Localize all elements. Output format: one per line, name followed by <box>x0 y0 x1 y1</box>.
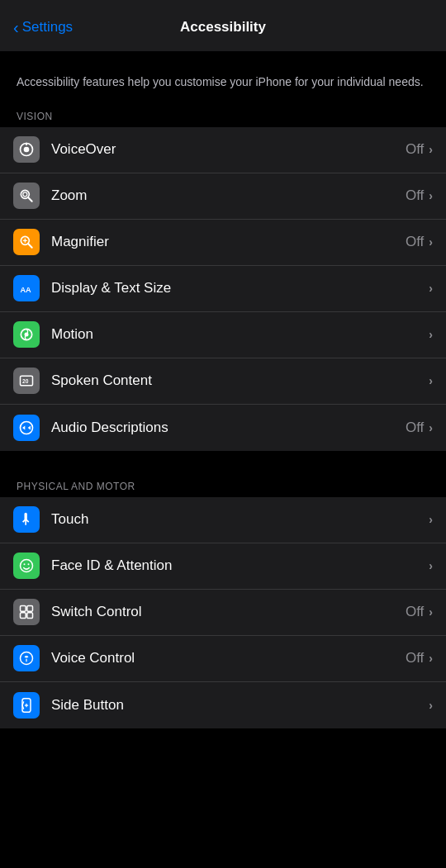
physical-section-label: PHYSICAL AND MOTOR <box>0 474 446 497</box>
zoom-chevron-icon: › <box>429 189 433 202</box>
side-button-label: Side Button <box>51 697 429 714</box>
page-title: Accessibility <box>180 19 266 36</box>
vision-section-label: VISION <box>0 104 446 127</box>
display-text-row[interactable]: AA Display & Text Size › <box>0 266 446 312</box>
spoken-content-label: Spoken Content <box>51 372 429 389</box>
motion-icon <box>13 321 40 348</box>
voice-control-icon <box>13 645 40 671</box>
voiceover-chevron-icon: › <box>429 143 433 156</box>
motion-row[interactable]: Motion › <box>0 312 446 358</box>
zoom-value: Off <box>406 187 424 204</box>
back-button[interactable]: ‹ Settings <box>13 19 73 36</box>
switch-control-icon <box>13 599 40 625</box>
voice-control-row[interactable]: Voice Control Off › <box>0 636 446 682</box>
faceid-chevron-icon: › <box>429 559 433 572</box>
back-chevron-icon: ‹ <box>13 19 19 36</box>
svg-point-15 <box>21 421 33 434</box>
svg-rect-21 <box>21 613 26 619</box>
back-label: Settings <box>22 19 73 36</box>
svg-point-16 <box>21 560 33 572</box>
magnifier-label: Magnifier <box>51 234 406 250</box>
faceid-row[interactable]: Face ID & Attention › <box>0 543 446 590</box>
svg-text:20: 20 <box>22 378 29 384</box>
motion-label: Motion <box>51 326 429 343</box>
side-button-icon <box>13 692 40 719</box>
svg-point-1 <box>24 147 30 153</box>
switch-control-chevron-icon: › <box>429 605 433 619</box>
voiceover-label: VoiceOver <box>51 141 406 158</box>
magnifier-value: Off <box>406 234 424 250</box>
svg-point-18 <box>28 563 30 565</box>
svg-point-17 <box>24 563 26 565</box>
audio-descriptions-value: Off <box>406 420 424 436</box>
voiceover-row[interactable]: VoiceOver Off › <box>0 127 446 173</box>
touch-row[interactable]: Touch › <box>0 497 446 543</box>
display-text-label: Display & Text Size <box>51 280 429 296</box>
svg-rect-19 <box>21 606 26 612</box>
svg-line-7 <box>28 244 32 248</box>
zoom-row[interactable]: Zoom Off › <box>0 173 446 220</box>
display-text-icon: AA <box>13 275 40 301</box>
voiceover-icon <box>13 136 40 163</box>
switch-control-row[interactable]: Switch Control Off › <box>0 590 446 636</box>
spoken-content-icon: 20 <box>13 368 40 394</box>
accessibility-description: Accessibility features help you customis… <box>0 51 446 104</box>
zoom-icon <box>13 183 40 209</box>
vision-section: VoiceOver Off › Zoom Off › Magnifier Off… <box>0 127 446 451</box>
voice-control-label: Voice Control <box>51 650 406 666</box>
side-button-chevron-icon: › <box>429 699 433 712</box>
voice-control-chevron-icon: › <box>429 652 433 665</box>
switch-control-value: Off <box>406 604 424 620</box>
physical-section: Touch › Face ID & Attention › Switch Con… <box>0 497 446 728</box>
spoken-content-row[interactable]: 20 Spoken Content › <box>0 358 446 405</box>
display-text-chevron-icon: › <box>429 282 433 295</box>
magnifier-row[interactable]: Magnifier Off › <box>0 220 446 266</box>
voice-control-value: Off <box>406 650 424 666</box>
switch-control-label: Switch Control <box>51 604 406 620</box>
touch-label: Touch <box>51 511 429 528</box>
touch-chevron-icon: › <box>429 513 433 526</box>
header: ‹ Settings Accessibility <box>0 0 446 51</box>
magnifier-icon <box>13 229 40 255</box>
audio-descriptions-row[interactable]: Audio Descriptions Off › <box>0 405 446 451</box>
faceid-label: Face ID & Attention <box>51 557 429 574</box>
faceid-icon <box>13 553 40 579</box>
svg-rect-20 <box>27 606 33 612</box>
audio-descriptions-icon <box>13 415 40 441</box>
side-button-row[interactable]: Side Button › <box>0 682 446 728</box>
touch-icon <box>13 506 40 533</box>
svg-point-23 <box>21 652 33 665</box>
audio-descriptions-chevron-icon: › <box>429 421 433 434</box>
svg-line-4 <box>28 197 32 202</box>
section-gap <box>0 451 446 474</box>
magnifier-chevron-icon: › <box>429 235 433 249</box>
svg-rect-22 <box>27 613 33 619</box>
svg-text:AA: AA <box>21 286 32 294</box>
zoom-label: Zoom <box>51 187 406 204</box>
voiceover-value: Off <box>406 141 424 158</box>
spoken-content-chevron-icon: › <box>429 374 433 387</box>
motion-chevron-icon: › <box>429 328 433 341</box>
svg-point-5 <box>23 192 27 197</box>
audio-descriptions-label: Audio Descriptions <box>51 420 406 436</box>
